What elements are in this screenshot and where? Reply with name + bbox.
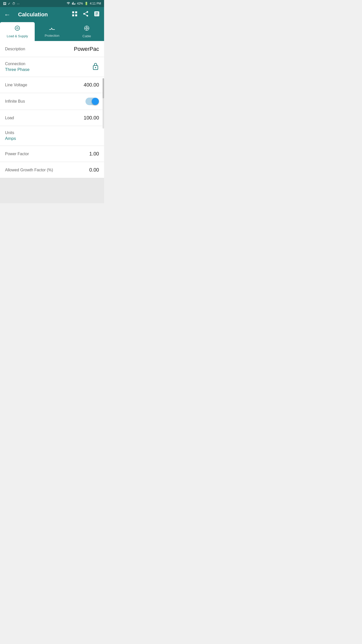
content-wrapper: Description PowerPac Connection Three Ph… xyxy=(0,41,104,178)
svg-point-0 xyxy=(15,26,20,30)
svg-point-9 xyxy=(95,67,96,68)
tab-protection[interactable]: Protection xyxy=(35,22,69,41)
status-icons-right: 42% 🔋 4:11 PM xyxy=(66,2,101,6)
app-bar: ← Calculation xyxy=(0,7,104,22)
tab-load-supply[interactable]: Load & Supply xyxy=(0,22,35,41)
infinite-bus-toggle[interactable] xyxy=(85,98,99,105)
load-row[interactable]: Load 100.00 xyxy=(0,110,104,126)
tab-cable[interactable]: Cable xyxy=(69,22,104,41)
share-icon[interactable] xyxy=(82,11,89,19)
tab-bar: Load & Supply Protection Cable xyxy=(0,22,104,41)
line-voltage-row[interactable]: Line Voltage 400.00 xyxy=(0,77,104,93)
connection-row[interactable]: Connection Three Phase xyxy=(0,57,104,77)
power-factor-value: 1.00 xyxy=(89,151,99,157)
content-area: Description PowerPac Connection Three Ph… xyxy=(0,41,104,178)
connection-label: Connection xyxy=(5,62,29,66)
units-left: Units Amps xyxy=(5,131,16,141)
load-label: Load xyxy=(5,116,14,120)
allowed-growth-value: 0.00 xyxy=(89,167,99,173)
tab-protection-label: Protection xyxy=(45,34,60,37)
timer-icon: ⏱ xyxy=(12,2,15,6)
units-value: Amps xyxy=(5,136,16,141)
power-factor-label: Power Factor xyxy=(5,152,29,156)
time-display: 4:11 PM xyxy=(90,2,101,5)
cable-icon xyxy=(84,25,90,33)
status-bar: 🖼 ✓ ⏱ ··· 42% 🔋 4:11 PM xyxy=(0,0,104,7)
line-voltage-value: 400.00 xyxy=(84,82,99,88)
back-button[interactable]: ← xyxy=(4,11,11,19)
units-label: Units xyxy=(5,131,16,135)
lock-icon[interactable] xyxy=(92,62,99,72)
power-factor-row[interactable]: Power Factor 1.00 xyxy=(0,146,104,162)
status-icons-left: 🖼 ✓ ⏱ ··· xyxy=(3,2,20,6)
battery-icon: 🔋 xyxy=(84,2,88,5)
connection-value: Three Phase xyxy=(5,67,29,72)
units-row[interactable]: Units Amps xyxy=(0,126,104,146)
allowed-growth-label: Allowed Growth Factor (%) xyxy=(5,168,53,172)
description-label: Description xyxy=(5,47,25,51)
app-title: Calculation xyxy=(15,11,51,18)
allowed-growth-row[interactable]: Allowed Growth Factor (%) 0.00 xyxy=(0,162,104,178)
battery-percent: 42% xyxy=(77,2,83,5)
signal-icon xyxy=(72,2,75,6)
more-icon: ··· xyxy=(17,2,20,6)
wifi-icon xyxy=(66,2,70,6)
footer-area xyxy=(0,178,104,203)
svg-point-3 xyxy=(86,27,87,29)
grid-icon[interactable] xyxy=(71,11,78,19)
scrollbar-thumb[interactable] xyxy=(103,78,104,98)
description-row[interactable]: Description PowerPac xyxy=(0,41,104,57)
connection-left: Connection Three Phase xyxy=(5,62,29,72)
tab-cable-label: Cable xyxy=(82,34,91,38)
image-icon: 🖼 xyxy=(3,2,6,6)
description-value: PowerPac xyxy=(74,46,99,52)
tab-load-supply-label: Load & Supply xyxy=(7,34,28,38)
infinite-bus-row[interactable]: Infinite Bus xyxy=(0,93,104,110)
toggle-thumb xyxy=(92,98,99,105)
scrollbar-track xyxy=(103,78,104,129)
infinite-bus-label: Infinite Bus xyxy=(5,99,25,104)
check-icon: ✓ xyxy=(8,2,11,6)
load-value: 100.00 xyxy=(84,115,99,121)
protection-icon xyxy=(49,26,55,32)
load-supply-icon xyxy=(14,25,20,33)
app-bar-actions xyxy=(71,11,100,19)
line-voltage-label: Line Voltage xyxy=(5,83,27,87)
calculator-icon[interactable] xyxy=(94,11,100,19)
toggle-track xyxy=(85,98,99,105)
